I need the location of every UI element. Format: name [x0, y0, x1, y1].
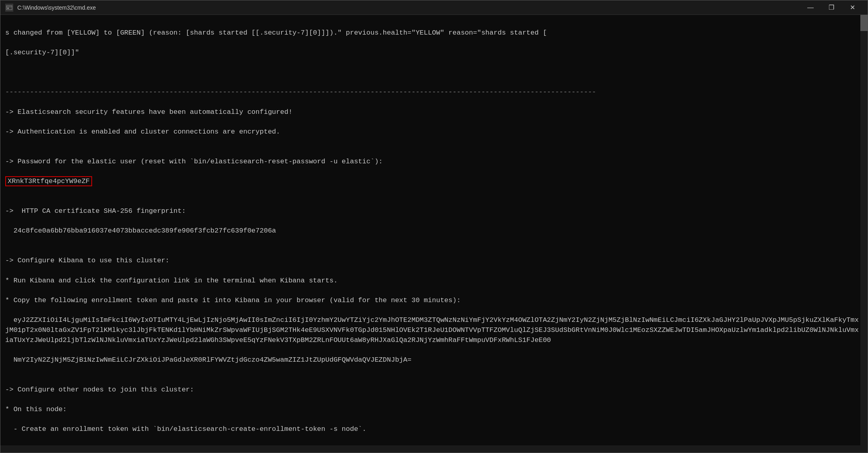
line-password-label: -> Password for the elastic user (reset …: [5, 158, 383, 165]
line-kibana-label: -> Configure Kibana to use this cluster:: [5, 257, 169, 264]
horizontal-scrollbar[interactable]: [0, 445, 860, 453]
line-security-2: -> Authentication is enabled and cluster…: [5, 128, 280, 136]
console-area: s changed from [YELLOW] to [GREEN] (reas…: [0, 15, 868, 453]
line-nodes-label: -> Configure other nodes to join this cl…: [5, 386, 194, 393]
token-line-2: NmY2IyN2ZjNjM5ZjB1NzIwNmEiLCJrZXkiOiJPaG…: [5, 356, 411, 364]
kibana-line-2: * Copy the following enrollment token an…: [5, 297, 461, 304]
line-sha-label: -> HTTP CA certificate SHA-256 fingerpri…: [5, 207, 186, 215]
close-button[interactable]: ✕: [842, 0, 863, 15]
window-title: C:\Windows\system32\cmd.exe: [17, 4, 800, 11]
vertical-scrollbar[interactable]: [860, 15, 868, 453]
separator-1: ----------------------------------------…: [5, 88, 596, 96]
line-health-change: s changed from [YELLOW] to [GREEN] (reas…: [5, 29, 547, 37]
kibana-line-1: * Run Kibana and click the configuration…: [5, 277, 337, 284]
console-content: s changed from [YELLOW] to [GREEN] (reas…: [5, 18, 863, 453]
sha-value: 24c8fce0a6bb76bba916037e4073bbaccedc389f…: [5, 227, 276, 235]
nodes-line-1: * On this node:: [5, 406, 67, 413]
restore-button[interactable]: ❐: [821, 0, 842, 15]
title-bar: C:\Windows\system32\cmd.exe — ❐ ✕: [0, 0, 868, 15]
window-icon: [5, 4, 13, 12]
token-line-1: eyJ2ZZXIiOiI4LjguMiIsImFkciI6WyIxOTIuMTY…: [5, 316, 859, 344]
nodes-line-2: - Create an enrollment token with `bin/e…: [5, 425, 366, 433]
cmd-window: C:\Windows\system32\cmd.exe — ❐ ✕ s chan…: [0, 0, 868, 453]
line-security-1: -> Elasticsearch security features have …: [5, 108, 292, 116]
minimize-button[interactable]: —: [800, 0, 821, 15]
password-value: XRnkT3Rtfqe4pcYW9eZF: [5, 176, 92, 186]
line-health-change-2: [.security-7][0]]": [5, 49, 79, 56]
scrollbar-thumb[interactable]: [860, 15, 868, 31]
svg-rect-2: [7, 8, 9, 9]
window-controls: — ❐ ✕: [800, 0, 863, 15]
